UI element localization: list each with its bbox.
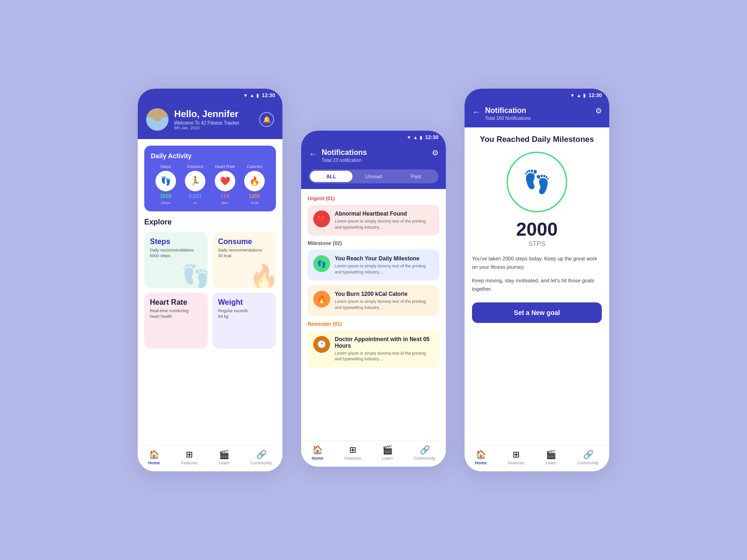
learn-label-2: Learn bbox=[382, 456, 393, 461]
bell-button[interactable]: 🔔 bbox=[259, 112, 274, 127]
community-label-3: Community bbox=[578, 461, 599, 465]
steps-icon-circle: 👣 bbox=[155, 171, 176, 191]
steps-circle: 👣 bbox=[507, 152, 567, 212]
tab-row: ALL Unread Past bbox=[309, 169, 438, 183]
features-icon-2: ⊞ bbox=[349, 445, 356, 455]
nav-home-1[interactable]: 🏠 Home bbox=[148, 449, 160, 466]
reminder-card-1[interactable]: 🕐 Doctor Appointment with in Next 05 Hou… bbox=[308, 330, 439, 368]
urgent-label: Urgent (01) bbox=[308, 196, 439, 201]
home-icon: 🏠 bbox=[149, 449, 159, 460]
weight-card[interactable]: Weight Regular records84 kg bbox=[212, 293, 276, 349]
signal-icon-3: ▲ bbox=[577, 93, 581, 98]
signal-icon: ▲ bbox=[250, 93, 254, 98]
features-label-2: Features bbox=[345, 456, 361, 461]
learn-icon-2: 🎬 bbox=[382, 445, 393, 455]
gear-button-2[interactable]: ⚙ bbox=[432, 148, 438, 157]
home-label: Home bbox=[148, 461, 160, 465]
steps-card-icon: 👣 bbox=[181, 263, 208, 288]
milestone-card-2[interactable]: 🔥 You Burn 1200 kCal Calorie Lorem ipsum… bbox=[308, 285, 439, 316]
flame-icon: 🔥 bbox=[313, 291, 330, 308]
milestone-card-1[interactable]: 👣 You Reach Your Daily Milestone Lorem i… bbox=[308, 250, 439, 280]
steps-label: Steps bbox=[160, 164, 171, 169]
heartrate-label: Heart Rate bbox=[215, 164, 235, 169]
calories-sub: Kcal bbox=[251, 201, 258, 205]
features-label-3: Features bbox=[508, 461, 525, 465]
reminder-label: Reminder (01) bbox=[308, 321, 439, 327]
header-date: 8th Jan, 2023 bbox=[174, 126, 254, 130]
distance-value: 5,621 bbox=[189, 193, 202, 199]
steps-card[interactable]: Steps Daily recommendations8000 steps 👣 bbox=[144, 232, 208, 288]
heartrate-card-title: Heart Rate bbox=[150, 298, 202, 307]
weight-card-sub: Regular records84 kg bbox=[218, 308, 270, 319]
nav-community-3[interactable]: 🔗 Community bbox=[578, 449, 599, 466]
notif3-subtitle: Total 160 Notifications bbox=[485, 116, 591, 121]
nav-features-1[interactable]: ⊞ Features bbox=[181, 449, 198, 466]
steps-card-title: Steps bbox=[150, 238, 202, 246]
weight-card-title: Weight bbox=[218, 298, 270, 307]
gear-button-3[interactable]: ⚙ bbox=[595, 106, 602, 115]
consume-card[interactable]: Consume Daily recommendations30 kcal 🔥 bbox=[212, 232, 276, 288]
urgent-card-1[interactable]: ❤️ Abnormal Heartbeat Found Lorem ipsum … bbox=[308, 205, 439, 236]
status-time-2: 12:30 bbox=[425, 134, 438, 140]
daily-activity-title: Daily Activity bbox=[151, 152, 269, 160]
clock-icon: 🕐 bbox=[313, 336, 330, 353]
reminder-card-1-body: Lorem ipsum is simply dummy text of the … bbox=[335, 350, 434, 362]
community-label: Community bbox=[251, 461, 272, 465]
nav-learn-1[interactable]: 🎬 Learn bbox=[219, 449, 230, 466]
consume-card-sub: Daily recommendations30 kcal bbox=[218, 248, 270, 259]
distance-label: Distance bbox=[187, 164, 204, 169]
community-icon-3: 🔗 bbox=[583, 449, 593, 460]
nav-features-3[interactable]: ⊞ Features bbox=[508, 449, 525, 466]
milestone-desc-1: You've taken 2000 steps today. Keep up t… bbox=[472, 255, 602, 271]
milestone-card-2-text: You Burn 1200 kCal Calorie Lorem ipsum i… bbox=[335, 291, 434, 310]
nav-community-2[interactable]: 🔗 Community bbox=[414, 445, 436, 461]
set-goal-button[interactable]: Set a New goal bbox=[472, 302, 602, 323]
tab-past[interactable]: Past bbox=[395, 171, 437, 182]
nav-home-3[interactable]: 🏠 Home bbox=[475, 449, 487, 466]
milestone-card-2-body: Lorem ipsum is simply dummy text of the … bbox=[335, 299, 434, 310]
notification-tabs: ALL Unread Past bbox=[301, 169, 446, 189]
nav-community-1[interactable]: 🔗 Community bbox=[251, 449, 272, 466]
heartrate-value: 114 bbox=[221, 193, 229, 199]
nav-learn-2[interactable]: 🎬 Learn bbox=[382, 445, 393, 461]
calories-icon-circle: 🔥 bbox=[244, 171, 265, 191]
explore-grid: Steps Daily recommendations8000 steps 👣 … bbox=[144, 232, 276, 349]
metrics-row: Steps 👣 1829 Steps Distance 🏃 5,621 m He… bbox=[151, 164, 269, 205]
home-icon-3: 🏠 bbox=[476, 449, 486, 460]
nav-home-2[interactable]: 🏠 Home bbox=[312, 445, 324, 461]
notifications-header: ← Notifications Total 23 notification ⚙ bbox=[301, 144, 446, 169]
milestone-card-2-title: You Burn 1200 kCal Calorie bbox=[335, 291, 434, 297]
consume-card-title: Consume bbox=[218, 238, 270, 246]
back-button-2[interactable]: ← bbox=[309, 148, 317, 159]
reminder-card-1-text: Doctor Appointment with in Next 05 Hours… bbox=[335, 336, 434, 362]
milestone-card-1-body: Lorem ipsum is simply dummy text of the … bbox=[335, 263, 434, 275]
tab-all[interactable]: ALL bbox=[310, 171, 352, 182]
heartrate-card[interactable]: Heart Rate Real-time monitoringheart hea… bbox=[144, 293, 208, 349]
milestone-card-1-text: You Reach Your Daily Milestone Lorem ips… bbox=[335, 255, 434, 275]
notif3-title: Notification bbox=[485, 106, 591, 115]
steps-card-sub: Daily recommendations8000 steps bbox=[150, 248, 202, 259]
wifi-icon-2: ▼ bbox=[407, 135, 411, 140]
status-bar-3: ▼ ▲ ▮ 12:30 bbox=[465, 89, 609, 102]
nav-features-2[interactable]: ⊞ Features bbox=[345, 445, 361, 461]
urgent-card-title: Abnormal Heartbeat Found bbox=[335, 210, 434, 217]
nav-learn-3[interactable]: 🎬 Learn bbox=[546, 449, 557, 466]
home-label-2: Home bbox=[312, 456, 324, 461]
community-icon-2: 🔗 bbox=[420, 445, 430, 455]
footsteps-large-icon: 👣 bbox=[523, 169, 551, 195]
reminder-card-1-title: Doctor Appointment with in Next 05 Hours bbox=[335, 336, 434, 349]
community-label-2: Community bbox=[414, 456, 436, 461]
steps-metric: Steps 👣 1829 Steps bbox=[155, 164, 176, 205]
back-button-3[interactable]: ← bbox=[472, 106, 480, 117]
explore-title: Explore bbox=[144, 218, 276, 226]
milestone-desc-2: Keep moving, stay motivated, and let's h… bbox=[472, 277, 602, 293]
milestone-label: Milestone (02) bbox=[308, 240, 439, 246]
calories-label: Calories bbox=[247, 164, 262, 169]
heartrate-sub: bpm bbox=[221, 201, 229, 205]
notif3-header-text: Notification Total 160 Notifications bbox=[485, 106, 591, 121]
learn-icon-3: 🎬 bbox=[546, 449, 556, 460]
tab-unread[interactable]: Unread bbox=[352, 171, 395, 182]
home-icon-2: 🏠 bbox=[312, 445, 323, 455]
features-label: Features bbox=[181, 461, 198, 465]
learn-label-3: Learn bbox=[546, 461, 557, 465]
